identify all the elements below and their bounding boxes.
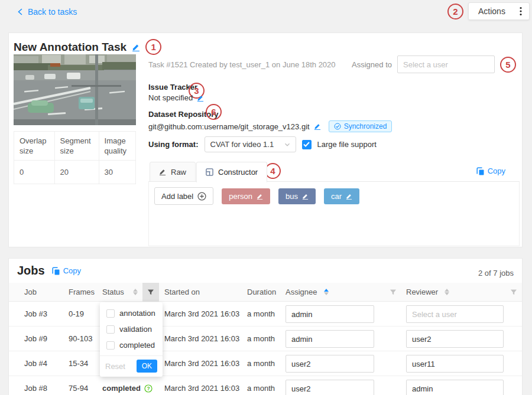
assigned-to-label: Assigned to: [352, 60, 392, 69]
assignee-input[interactable]: [286, 330, 374, 348]
job-link[interactable]: Job #3: [24, 302, 47, 327]
format-select[interactable]: CVAT for video 1.1: [205, 136, 296, 152]
filter-option-validation-label: validation: [119, 325, 152, 334]
status-sort-control[interactable]: [133, 289, 138, 295]
copy-jobs-label: Copy: [63, 266, 81, 275]
reviewer-input[interactable]: [406, 355, 504, 373]
back-to-tasks-label: Back to tasks: [28, 7, 77, 17]
edit-repository-icon[interactable]: [314, 123, 321, 130]
edit-label-icon[interactable]: [346, 193, 352, 200]
tab-constructor-label: Constructor: [218, 168, 258, 177]
svg-text:?: ?: [147, 386, 150, 391]
tab-constructor[interactable]: Constructor: [196, 162, 267, 182]
assignee-sort-control[interactable]: [324, 289, 329, 295]
status-completed-label: completed: [102, 376, 141, 395]
copy-labels-label: Copy: [488, 167, 505, 175]
task-details-card: New Annotation Task 1: [8, 32, 523, 247]
assignee-filter-icon[interactable]: [385, 283, 401, 302]
reviewer-sort-control[interactable]: [445, 289, 449, 295]
assignee-input[interactable]: [286, 355, 374, 373]
filter-option-annotation-label: annotation: [119, 309, 155, 318]
actions-button[interactable]: Actions: [468, 2, 530, 20]
reviewer-filter-icon[interactable]: [505, 283, 522, 302]
chevron-down-icon: [284, 142, 290, 148]
add-label-button[interactable]: Add label: [154, 187, 213, 205]
filter-option-completed-label: completed: [119, 341, 155, 350]
duration-cell: a month: [247, 351, 275, 376]
copy-jobs-link[interactable]: Copy: [52, 266, 81, 275]
frames-cell: 75-94: [69, 376, 88, 395]
param-header-segment: Segment size: [54, 132, 99, 161]
job-link[interactable]: Job #4: [24, 351, 47, 376]
labels-tabbar: Raw Constructor 4 Copy: [148, 162, 520, 182]
validation-checkbox[interactable]: [106, 325, 115, 334]
reviewer-input[interactable]: [406, 330, 504, 348]
edit-title-icon[interactable]: [132, 43, 140, 51]
filter-option-annotation[interactable]: annotation: [100, 305, 163, 321]
task-meta-text: Task #1521 Created by test_user_1 on Jun…: [148, 60, 336, 69]
large-file-checkbox[interactable]: [302, 140, 312, 149]
label-chip-bus[interactable]: bus: [278, 188, 316, 204]
large-file-label: Large file support: [317, 140, 377, 149]
actions-button-label: Actions: [478, 6, 505, 16]
duration-cell: a month: [247, 376, 275, 395]
annotation-circle-6: 6: [206, 104, 222, 120]
col-reviewer: Reviewer: [406, 283, 438, 302]
frames-cell: 90-103: [69, 327, 92, 351]
label-chip-person-name: person: [229, 192, 252, 201]
edit-label-icon[interactable]: [302, 193, 309, 200]
col-started: Started on: [164, 283, 200, 302]
label-chip-car-name: car: [331, 192, 342, 201]
tab-raw-label: Raw: [171, 168, 186, 177]
started-cell: March 3rd 2021 16:03: [164, 302, 239, 327]
param-value-segment: 20: [54, 161, 99, 184]
job-link[interactable]: Job #9: [24, 327, 47, 351]
annotation-checkbox[interactable]: [106, 309, 115, 318]
assignee-input[interactable]: [286, 380, 374, 395]
label-chip-car[interactable]: car: [324, 188, 359, 204]
filter-option-completed[interactable]: completed: [100, 337, 163, 353]
frames-cell: 15-34: [69, 351, 88, 376]
filter-option-validation[interactable]: validation: [100, 321, 163, 337]
annotation-circle-1: 1: [145, 39, 161, 55]
reviewer-input[interactable]: [406, 380, 504, 395]
copy-icon: [52, 267, 60, 275]
job-link[interactable]: Job #8: [24, 376, 47, 395]
col-frames: Frames: [69, 283, 95, 302]
chevron-left-icon: [17, 8, 24, 15]
completed-checkbox[interactable]: [106, 341, 115, 350]
reviewer-input[interactable]: [406, 305, 504, 323]
edit-issue-tracker-icon[interactable]: [197, 94, 204, 102]
status-filter-icon[interactable]: [142, 283, 159, 302]
started-cell: March 3rd 2021 16:03: [164, 376, 239, 395]
edit-label-icon[interactable]: [257, 193, 263, 200]
started-cell: March 3rd 2021 16:03: [164, 351, 239, 376]
format-select-value: CVAT for video 1.1: [210, 140, 274, 149]
param-value-overlap: 0: [14, 161, 55, 184]
labels-editor: Raw Constructor 4 Copy A: [148, 162, 520, 247]
jobs-count: 2 of 7 jobs: [478, 269, 514, 278]
more-actions-icon: [520, 6, 522, 16]
filter-reset-button[interactable]: Reset: [105, 362, 125, 371]
copy-icon: [476, 167, 485, 175]
copy-labels-link[interactable]: Copy: [476, 167, 505, 175]
cvat-task-page: Back to tasks 2 Actions New Annotation T…: [0, 0, 532, 395]
task-preview-image: [14, 54, 136, 125]
assignee-input[interactable]: [286, 305, 374, 323]
add-label-button-label: Add label: [161, 192, 193, 201]
filter-ok-button[interactable]: OK: [137, 360, 157, 373]
label-chip-person[interactable]: person: [222, 188, 270, 204]
jobs-title: Jobs: [17, 264, 45, 278]
dataset-repository-url: git@github.com:username/git_storage_v123…: [148, 122, 310, 131]
table-row-job-8: Job #8 75-94 completed ? March 3rd 2021 …: [9, 376, 522, 395]
jobs-table-header: Job Frames Status Started on Duration As…: [9, 283, 522, 302]
param-header-overlap: Overlap size: [14, 132, 55, 161]
back-to-tasks-link[interactable]: Back to tasks: [17, 7, 77, 17]
started-cell: March 3rd 2021 16:03: [164, 327, 239, 351]
status-filter-dropdown: annotation validation completed Reset OK: [100, 302, 163, 377]
table-row-job-3: Job #3 0-19 March 3rd 2021 16:03 a month: [9, 302, 522, 327]
assignee-select-input[interactable]: [397, 56, 495, 73]
tab-raw[interactable]: Raw: [150, 162, 196, 182]
plus-circle-icon: [197, 192, 206, 201]
table-row-job-9: Job #9 90-103 March 3rd 2021 16:03 a mon…: [9, 327, 522, 351]
